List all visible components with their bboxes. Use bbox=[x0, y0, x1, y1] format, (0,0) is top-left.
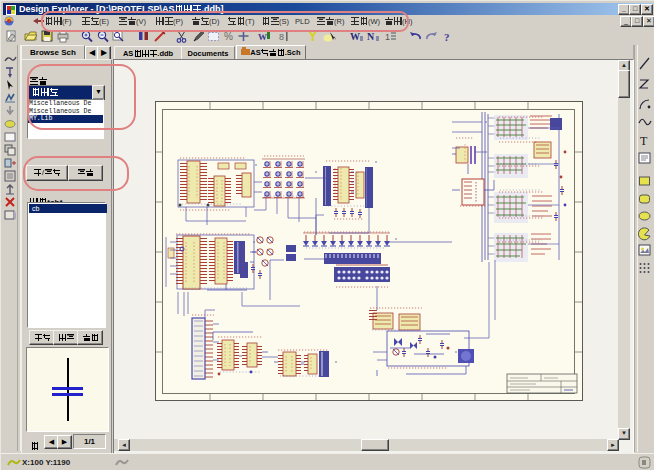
svg-text:T: T bbox=[640, 134, 648, 148]
svg-text:8: 8 bbox=[279, 32, 284, 42]
svg-text:1: 1 bbox=[385, 32, 390, 42]
svg-text:N: N bbox=[367, 31, 375, 42]
svg-text:?: ? bbox=[444, 31, 450, 43]
svg-text:W: W bbox=[258, 32, 267, 42]
svg-text:%: % bbox=[224, 31, 233, 42]
svg-text:W: W bbox=[350, 31, 360, 42]
